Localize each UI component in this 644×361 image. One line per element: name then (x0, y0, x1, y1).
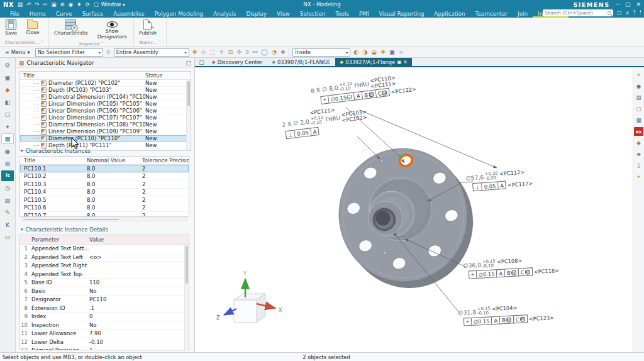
undo-icon[interactable]: ↶ (26, 1, 31, 8)
search-input[interactable] (545, 10, 606, 16)
top-assembly-icon[interactable]: ⬚ (210, 49, 216, 55)
add-select-icon[interactable]: ✚ (280, 49, 286, 55)
window-tool-icon[interactable]: ▭ (1, 231, 14, 242)
internet-icon[interactable]: ● (1, 146, 14, 157)
details-column-parameter[interactable]: Parameter (30, 236, 87, 243)
studio-view-icon[interactable]: ◒ (372, 49, 377, 55)
highlight-icon[interactable]: ✥ (192, 49, 197, 55)
wireframe-view-icon[interactable]: ◑ (363, 49, 368, 55)
assembly-navigator-icon[interactable]: ▣ (1, 72, 14, 83)
detail-row[interactable]: 2Appended Text Left<o> (20, 253, 189, 262)
doc-tab-033927-a-1-flange[interactable]: ◆033927/A;1-Flange▣✕ (335, 58, 411, 66)
window-menu[interactable]: Window ▾ (101, 2, 125, 8)
instance-row[interactable]: PC110.28.027 (20, 173, 189, 181)
tab-float-icon[interactable]: □ (197, 58, 207, 66)
ribbon-tab-assemblies[interactable]: Assemblies (108, 9, 150, 18)
pc102-callout[interactable]: <PC121>2 X ∅ 2,0+0,10-0,10THRU<PC103><PC… (280, 103, 369, 139)
ribbon-tab-pmi[interactable]: PMI (354, 9, 374, 18)
ribbon-tab-view[interactable]: View (272, 9, 295, 18)
minimize-button[interactable]: ─ (616, 1, 619, 8)
constraint-navigator-icon[interactable]: ◆ (1, 84, 14, 95)
nx-badge-icon[interactable]: NX (634, 127, 643, 136)
view-orient-icon[interactable]: ⊕ (60, 1, 65, 8)
pc108-callout[interactable]: ∅36,0+0,15-0,10<PC108>⌖∅0.15ABMCM<PC118> (463, 256, 559, 279)
instances-column-tolerance-precision[interactable]: Tolerance Precision (142, 157, 189, 164)
save-strip-icon[interactable]: ▤ (634, 93, 643, 102)
selection-filter-combo[interactable]: No Selection Filter▾ (35, 48, 103, 57)
save-icon[interactable]: ▤ (18, 1, 23, 8)
instance-row[interactable]: PC110.78.027 (20, 212, 189, 217)
fullscreen-icon[interactable]: ▢ (617, 10, 622, 16)
repeat-icon[interactable]: ⟳ (86, 1, 90, 8)
detail-row[interactable]: 9Index0 (20, 313, 189, 321)
pc112-callout[interactable]: ∅57,6+0,20-0,20<PC112>⊥0.05A<PC117> (465, 169, 533, 192)
copy-icon[interactable]: ▣ (52, 1, 57, 8)
group-label-inspector[interactable]: Inspector ˅ (53, 41, 130, 48)
star2-icon[interactable]: ✦ (634, 172, 643, 181)
history-icon[interactable]: ◷ (1, 182, 14, 193)
pattern-icon[interactable]: ✣ (236, 49, 242, 55)
pin-tab-icon[interactable]: ▣ (397, 59, 401, 65)
constraint-icon[interactable]: ⊡ (228, 49, 233, 55)
navigator-scrollbar[interactable] (186, 80, 191, 150)
ribbon-tab-selection[interactable]: Selection (295, 9, 331, 18)
group-label-characteristic[interactable]: Characteristic... ˅ (4, 40, 45, 47)
characteristic-row[interactable]: Linear Dimension (PC105) "PC105"New (20, 101, 191, 108)
characteristic-row[interactable]: Diametral Dimension (PC104) "PC104"New (20, 94, 191, 101)
instance-row[interactable]: PC110.18.027 (20, 165, 189, 173)
detail-row[interactable]: 4Appended Text Top (20, 270, 189, 279)
menu-button[interactable]: ≡ Menu ▾ (3, 49, 32, 55)
hd3d-tools-icon[interactable]: ✦ (1, 121, 14, 132)
characteristic-row[interactable]: Diametral Dimension (PC108) "PC108"New (20, 121, 191, 128)
group-label-teamc[interactable]: Teamc... ˅ (138, 40, 162, 47)
cascade-icon[interactable]: ▢ (94, 1, 99, 8)
redo-icon[interactable]: ↷ (35, 1, 39, 8)
snapshot-icon[interactable]: ≈ (399, 49, 404, 55)
detail-row[interactable]: 7DesignatorPC110 (20, 296, 189, 304)
web-browser-icon[interactable]: ◍ (1, 158, 14, 169)
ribbon-tab-teamcenter[interactable]: Teamcenter (470, 9, 513, 18)
color-tool-icon[interactable]: ✎ (1, 207, 14, 218)
detail-row[interactable]: 8Extension ID.1 (20, 304, 189, 313)
solid-view-icon[interactable]: ▢ (634, 104, 643, 113)
detail-row[interactable]: 11Lower Allowance7.90 (20, 330, 189, 338)
characteristic-strip-icon[interactable]: ▦ (634, 116, 643, 125)
pc110-callout[interactable]: 8 X ∅ 8,0+0,10-0,10THRU<PC110><PC111>⌖∅0… (310, 73, 417, 106)
inside-combo[interactable]: Inside▾ (292, 48, 350, 57)
close-tab-icon[interactable]: ✕ (403, 59, 407, 65)
ribbon-tab-home[interactable]: Home (25, 9, 51, 18)
details-scrollbar[interactable] (184, 245, 189, 350)
detail-row[interactable]: 10InspectionNo (20, 321, 189, 330)
column-header-title[interactable]: Title (20, 72, 145, 79)
characteristic-row[interactable]: Depth (PC103) "PC103"New (20, 87, 191, 94)
detail-row[interactable]: 3Appended Text Right (20, 262, 189, 270)
plus-icon[interactable]: ✚ (380, 49, 386, 55)
knowledge-fusion-icon[interactable]: K (1, 219, 14, 230)
instance-row[interactable]: PC110.38.027 (20, 181, 189, 189)
clip-icon[interactable]: ◈ (634, 150, 643, 158)
command-search[interactable] (543, 9, 613, 16)
pc104-callout[interactable]: ∅31,8+0,15-0,10<PC104>⌖∅0.15ABMCM<PC123> (458, 303, 554, 326)
ribbon-tab-application[interactable]: Application (429, 9, 470, 18)
characteristic-row[interactable]: Linear Dimension (PC106) "PC106"New (20, 108, 191, 114)
eye-icon[interactable]: ◉ (634, 82, 643, 91)
quick-star-icon[interactable]: ✦ (634, 70, 643, 79)
characteristic-button[interactable]: Characteristic (53, 19, 88, 37)
detail-row[interactable]: 1Appended Text Bott... (20, 245, 189, 253)
characteristic-row[interactable]: Diameter (PC102) "PC102"New (20, 80, 191, 87)
ribbon-tab-file[interactable]: File (5, 9, 25, 18)
characteristic-navigator-icon[interactable]: ▦ (1, 133, 14, 144)
save-button[interactable]: Save (4, 19, 18, 37)
settings-icon[interactable]: ⚙ (1, 60, 14, 70)
ribbon-tab-join[interactable]: Join (513, 9, 533, 18)
doc-tab-discovery-center[interactable]: ◈Discovery Center (208, 58, 267, 66)
reuse-library-icon[interactable]: ▢ (1, 109, 14, 119)
details-column-value[interactable]: Value (87, 236, 189, 243)
instance-row[interactable]: PC110.58.027 (20, 196, 189, 204)
detail-row[interactable]: 13Nominal Precision1 (20, 347, 189, 350)
close-button[interactable]: ✕ (636, 1, 641, 8)
link-icon[interactable]: ⚯ (252, 49, 257, 55)
shaded-view-icon[interactable]: ◐ (353, 49, 358, 55)
ribbon-tab-display[interactable]: Display (241, 9, 271, 18)
stamp-icon[interactable]: ◆ (634, 138, 643, 147)
